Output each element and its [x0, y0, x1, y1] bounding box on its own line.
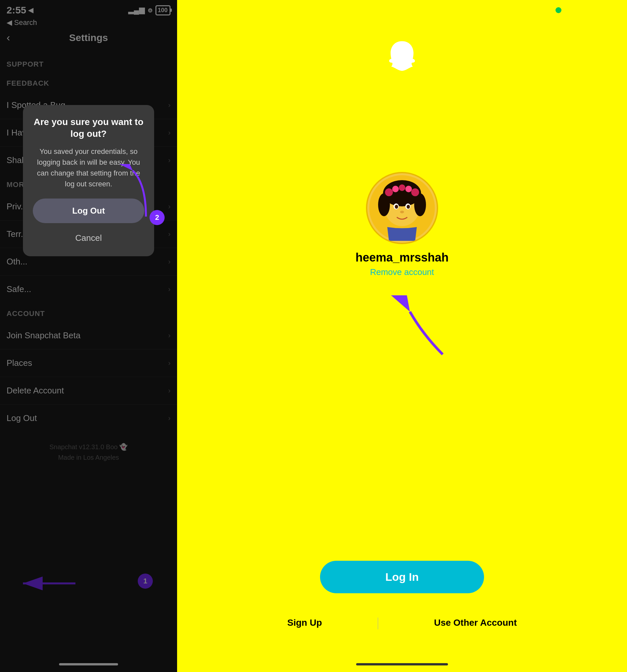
svg-point-17	[411, 188, 419, 196]
modal-overlay: Are you sure you want to log out? You sa…	[0, 0, 177, 672]
svg-point-13	[385, 188, 393, 196]
bottom-links: Sign Up Use Other Account	[287, 618, 517, 629]
login-button[interactable]: Log In	[320, 561, 484, 593]
divider	[378, 618, 378, 629]
cancel-button[interactable]: Cancel	[33, 226, 144, 250]
svg-point-11	[407, 205, 410, 209]
svg-point-7	[414, 193, 426, 216]
sign-up-link[interactable]: Sign Up	[287, 618, 322, 629]
modal-title: Are you sure you want to log out?	[33, 116, 144, 140]
username: heema_mrsshah	[355, 251, 449, 264]
bitmoji-svg	[369, 175, 435, 241]
use-other-account-link[interactable]: Use Other Account	[434, 618, 517, 629]
login-screen: heema_mrsshah Remove account Log In Sign…	[177, 0, 627, 672]
camera-dot	[555, 7, 561, 13]
svg-point-12	[400, 211, 404, 213]
avatar	[366, 172, 438, 244]
svg-point-16	[405, 186, 412, 192]
avatar-container: heema_mrsshah Remove account	[355, 172, 449, 277]
home-indicator-right	[356, 663, 448, 666]
svg-point-6	[378, 193, 390, 216]
remove-account-arrow	[390, 295, 456, 361]
snapchat-logo	[382, 39, 422, 80]
svg-point-14	[392, 186, 399, 192]
svg-point-10	[395, 205, 398, 209]
step-badge-2: 2	[150, 210, 165, 225]
settings-screen: 2:55 ◀ ▂▄▆ ⌾ 100 ◀ Search ‹ Settings SUP…	[0, 0, 177, 672]
remove-account-link[interactable]: Remove account	[370, 267, 434, 277]
svg-point-15	[399, 185, 405, 191]
